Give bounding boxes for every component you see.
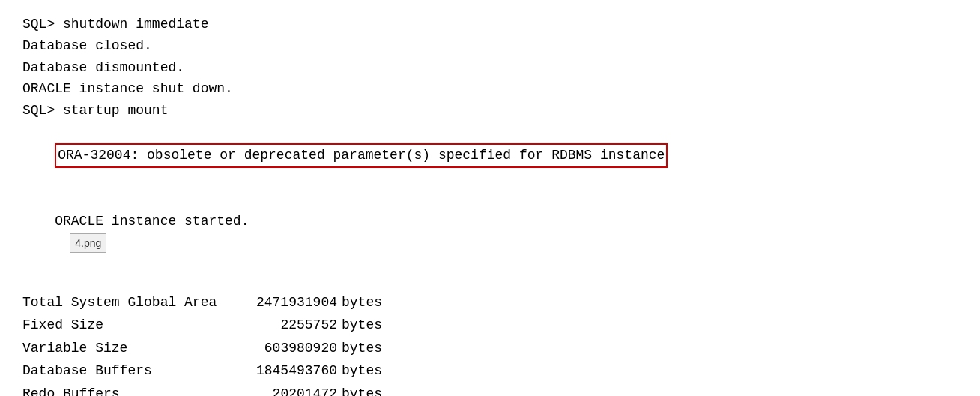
stat-row-buffers: Database Buffers 1845493760 bytes xyxy=(22,359,958,382)
stat-unit-buffers: bytes xyxy=(342,359,382,382)
cmd-startup-line: SQL> startup mount xyxy=(22,100,958,122)
stat-value-fixed: 2255752 xyxy=(232,314,337,337)
filename-label: 4.png xyxy=(70,233,106,253)
stat-label-buffers: Database Buffers xyxy=(22,359,232,382)
stat-row-redo: Redo Buffers 20201472 bytes xyxy=(22,382,958,396)
stat-row-variable: Variable Size 603980920 bytes xyxy=(22,337,958,360)
oracle-started-text: ORACLE instance started. xyxy=(55,214,249,229)
oracle-started-line: ORACLE instance started. 4.png xyxy=(22,189,958,275)
stat-label-redo: Redo Buffers xyxy=(22,382,232,396)
stat-label-fixed: Fixed Size xyxy=(22,314,232,337)
stat-unit-variable: bytes xyxy=(342,337,382,360)
stat-unit-sga: bytes xyxy=(342,291,382,314)
db-dismounted-line: Database dismounted. xyxy=(22,57,958,79)
stat-value-variable: 603980920 xyxy=(232,337,337,360)
db-closed-line: Database closed. xyxy=(22,35,958,57)
stats-section: Total System Global Area 2471931904 byte… xyxy=(22,291,958,396)
stat-value-buffers: 1845493760 xyxy=(232,359,337,382)
cmd-shutdown-line: SQL> shutdown immediate xyxy=(22,14,958,35)
stat-unit-fixed: bytes xyxy=(342,314,382,337)
stat-value-redo: 20201472 xyxy=(232,382,337,396)
stat-label-variable: Variable Size xyxy=(22,337,232,360)
error-line: ORA-32004: obsolete or deprecated parame… xyxy=(22,122,958,189)
stat-value-sga: 2471931904 xyxy=(232,291,337,314)
terminal-output: SQL> shutdown immediate Database closed.… xyxy=(15,8,965,396)
error-message: ORA-32004: obsolete or deprecated parame… xyxy=(55,143,668,168)
stat-row-fixed: Fixed Size 2255752 bytes xyxy=(22,314,958,337)
stat-row-sga: Total System Global Area 2471931904 byte… xyxy=(22,291,958,314)
stat-label-sga: Total System Global Area xyxy=(22,291,232,314)
stat-unit-redo: bytes xyxy=(342,382,382,396)
oracle-shutdown-line: ORACLE instance shut down. xyxy=(22,78,958,100)
